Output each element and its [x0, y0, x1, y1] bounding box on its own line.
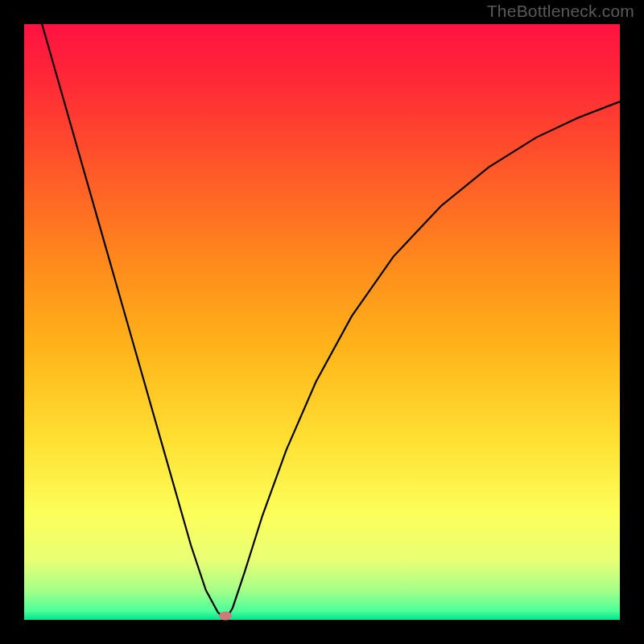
- minimum-marker: [219, 611, 232, 620]
- chart-curve: [24, 24, 620, 620]
- watermark-text: TheBottleneck.com: [487, 2, 634, 21]
- chart-area: [24, 24, 620, 620]
